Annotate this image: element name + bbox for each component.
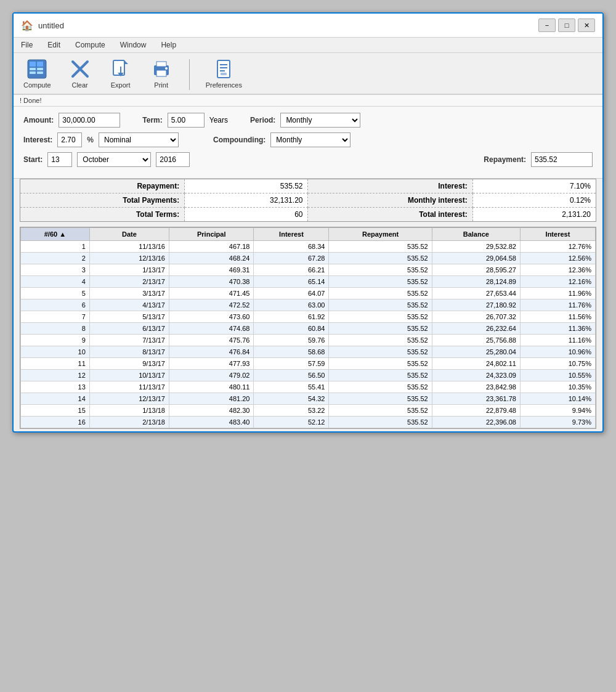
start-year-input[interactable]: [156, 152, 190, 167]
print-button[interactable]: Print: [146, 57, 177, 90]
summary-table: Repayment: 535.52 Interest: 7.10% Total …: [20, 179, 596, 222]
cell-0-3: 68.34: [254, 241, 329, 253]
cell-12-3: 55.41: [254, 381, 329, 393]
app-icon: 🏠: [21, 20, 33, 31]
cell-15-3: 52.12: [254, 417, 329, 428]
col-header-interest-pct[interactable]: Interest: [520, 228, 595, 241]
table-container[interactable]: #/60 ▲ Date Principal Interest Repayment…: [20, 227, 596, 428]
table-row[interactable]: 1412/13/17481.2054.32535.5223,361.7810.1…: [21, 393, 596, 405]
interest-type-select[interactable]: Nominal Effective: [99, 132, 179, 147]
cell-2-2: 469.31: [169, 264, 254, 276]
form-row-1: Amount: Term: Years Period: Monthly Week…: [23, 113, 593, 128]
amount-input[interactable]: [59, 113, 120, 128]
cell-15-5: 22,396.08: [432, 417, 520, 428]
print-label: Print: [154, 81, 168, 89]
table-row[interactable]: 1311/13/17480.1155.41535.5223,842.9810.3…: [21, 381, 596, 393]
cell-7-5: 26,232.64: [432, 323, 520, 335]
export-button[interactable]: Export: [105, 57, 136, 90]
table-row[interactable]: 42/13/17470.3865.14535.5228,124.8912.16%: [21, 276, 596, 288]
compounding-select[interactable]: Monthly Weekly Fortnightly Quarterly Ann…: [270, 132, 351, 147]
summary-row-2: Total Payments: 32,131.20 Monthly intere…: [20, 193, 596, 208]
repayment-label: Repayment:: [484, 155, 526, 164]
table-row[interactable]: 108/13/17476.8458.68535.5225,280.0410.96…: [21, 346, 596, 358]
col-header-repayment[interactable]: Repayment: [329, 228, 432, 241]
menu-help[interactable]: Help: [158, 39, 179, 51]
compute-label: Compute: [23, 81, 51, 89]
table-row[interactable]: 86/13/17474.6860.84535.5226,232.6411.36%: [21, 323, 596, 335]
main-window: 🏠 untitled − □ ✕ File Edit Compute Windo…: [12, 12, 604, 433]
col-header-num[interactable]: #/60 ▲: [21, 228, 90, 241]
table-row[interactable]: 212/13/16468.2467.28535.5229,064.5812.56…: [21, 253, 596, 264]
summary-monthly-interest-label: Monthly interest:: [308, 193, 472, 208]
table-row[interactable]: 75/13/17473.6061.92535.5226,707.3211.56%: [21, 311, 596, 323]
table-row[interactable]: 111/13/16467.1868.34535.5229,532.8212.76…: [21, 241, 596, 253]
cell-1-0: 2: [21, 253, 90, 264]
preferences-button[interactable]: Preferences: [202, 57, 246, 90]
cell-9-4: 535.52: [329, 346, 432, 358]
cell-4-2: 471.45: [169, 288, 254, 299]
svg-rect-1: [30, 62, 36, 67]
status-bar: ! Done!: [14, 95, 602, 107]
table-row[interactable]: 119/13/17477.9357.59535.5224,802.1110.75…: [21, 358, 596, 370]
svg-rect-21: [221, 73, 227, 75]
cell-10-3: 57.59: [254, 358, 329, 370]
amount-label: Amount:: [23, 116, 54, 124]
table-row[interactable]: 97/13/17475.7659.76535.5225,756.8811.16%: [21, 335, 596, 346]
cell-6-6: 11.56%: [520, 311, 595, 323]
table-row[interactable]: 1210/13/17479.0256.50535.5224,323.0910.5…: [21, 370, 596, 381]
table-row[interactable]: 53/13/17471.4564.07535.5227,653.4411.96%: [21, 288, 596, 299]
table-row[interactable]: 162/13/18483.4052.12535.5222,396.089.73%: [21, 417, 596, 428]
cell-13-2: 481.20: [169, 393, 254, 405]
cell-9-2: 476.84: [169, 346, 254, 358]
maximize-button[interactable]: □: [558, 18, 575, 32]
col-header-date[interactable]: Date: [89, 228, 169, 241]
menu-edit[interactable]: Edit: [45, 39, 63, 51]
cell-10-6: 10.75%: [520, 358, 595, 370]
repayment-input[interactable]: [531, 152, 593, 167]
period-select[interactable]: Monthly Weekly Fortnightly Quarterly Ann…: [280, 113, 360, 128]
table-row[interactable]: 151/13/18482.3053.22535.5222,879.489.94%: [21, 405, 596, 417]
minimize-button[interactable]: −: [538, 18, 556, 32]
cell-6-2: 473.60: [169, 311, 254, 323]
menu-file[interactable]: File: [18, 39, 35, 51]
cell-13-6: 10.14%: [520, 393, 595, 405]
cell-8-3: 59.76: [254, 335, 329, 346]
start-day-input[interactable]: [47, 152, 72, 167]
col-header-principal[interactable]: Principal: [169, 228, 254, 241]
summary-repayment-value: 535.52: [185, 179, 308, 193]
close-button[interactable]: ✕: [578, 18, 595, 32]
cell-7-3: 60.84: [254, 323, 329, 335]
table-row[interactable]: 64/13/17472.5263.00535.5227,180.9211.76%: [21, 299, 596, 311]
cell-13-3: 54.32: [254, 393, 329, 405]
start-month-select[interactable]: JanuaryFebruaryMarch AprilMayJune JulyAu…: [77, 152, 151, 167]
compute-button[interactable]: Compute: [20, 57, 55, 90]
clear-button[interactable]: Clear: [65, 57, 95, 90]
cell-8-6: 11.16%: [520, 335, 595, 346]
cell-14-1: 1/13/18: [89, 405, 169, 417]
cell-4-4: 535.52: [329, 288, 432, 299]
cell-2-1: 1/13/17: [89, 264, 169, 276]
cell-10-0: 11: [21, 358, 90, 370]
menu-window[interactable]: Window: [118, 39, 149, 51]
svg-rect-18: [220, 64, 227, 65]
table-row[interactable]: 31/13/17469.3166.21535.5228,595.2712.36%: [21, 264, 596, 276]
col-header-balance[interactable]: Balance: [432, 228, 520, 241]
col-header-interest[interactable]: Interest: [254, 228, 329, 241]
compute-icon: [26, 58, 48, 80]
cell-1-3: 67.28: [254, 253, 329, 264]
cell-11-4: 535.52: [329, 370, 432, 381]
cell-15-1: 2/13/18: [89, 417, 169, 428]
cell-7-0: 8: [21, 323, 90, 335]
cell-8-2: 475.76: [169, 335, 254, 346]
menu-compute[interactable]: Compute: [73, 39, 108, 51]
preferences-label: Preferences: [206, 81, 242, 89]
term-input[interactable]: [168, 113, 205, 128]
toolbar-divider: [189, 59, 190, 90]
cell-1-5: 29,064.58: [432, 253, 520, 264]
interest-input[interactable]: [57, 132, 82, 147]
cell-5-6: 11.76%: [520, 299, 595, 311]
cell-15-2: 483.40: [169, 417, 254, 428]
start-label: Start:: [23, 155, 43, 164]
svg-rect-3: [30, 71, 36, 74]
summary-total-interest-value: 2,131.20: [472, 208, 596, 222]
